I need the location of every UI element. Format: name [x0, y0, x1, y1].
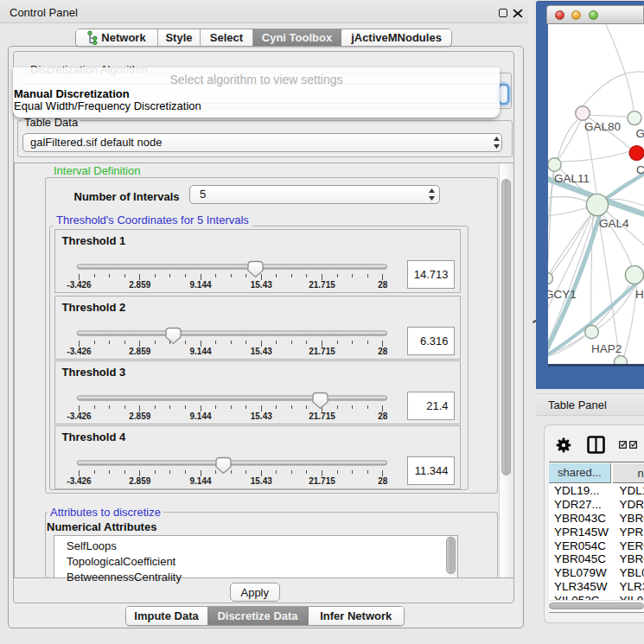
svg-text:15.43: 15.43	[250, 347, 271, 356]
svg-text:9.144: 9.144	[189, 476, 211, 486]
svg-text:2.859: 2.859	[129, 347, 150, 356]
svg-text:28: 28	[378, 411, 388, 421]
svg-text:C: C	[636, 163, 644, 176]
svg-text:GAL4: GAL4	[599, 217, 629, 230]
svg-text:-3.426: -3.426	[67, 280, 92, 290]
svg-text:21.715: 21.715	[309, 280, 335, 290]
svg-text:HAP2: HAP2	[591, 342, 622, 355]
svg-text:-3.426: -3.426	[67, 476, 92, 486]
svg-text:9.144: 9.144	[189, 411, 211, 421]
svg-text:2.859: 2.859	[129, 411, 150, 421]
svg-text:-3.426: -3.426	[67, 347, 92, 356]
svg-text:2.859: 2.859	[129, 476, 150, 486]
svg-text:H: H	[635, 288, 644, 301]
svg-text:GAL11: GAL11	[554, 172, 590, 185]
svg-text:28: 28	[378, 476, 388, 486]
svg-text:9.144: 9.144	[189, 280, 211, 290]
svg-text:GCY1: GCY1	[548, 288, 577, 301]
svg-text:21.715: 21.715	[309, 347, 335, 356]
svg-text:21.715: 21.715	[309, 476, 335, 486]
svg-text:15.43: 15.43	[250, 411, 271, 421]
svg-text:15.43: 15.43	[250, 476, 271, 486]
svg-text:15.43: 15.43	[250, 280, 271, 290]
svg-text:9.144: 9.144	[189, 347, 211, 356]
svg-text:28: 28	[378, 280, 388, 290]
svg-text:28: 28	[378, 347, 388, 356]
svg-text:GAL80: GAL80	[584, 120, 621, 133]
svg-text:GA: GA	[636, 127, 644, 140]
svg-text:2.859: 2.859	[129, 280, 150, 290]
svg-text:21.715: 21.715	[309, 411, 335, 421]
svg-text:-3.426: -3.426	[67, 411, 92, 421]
